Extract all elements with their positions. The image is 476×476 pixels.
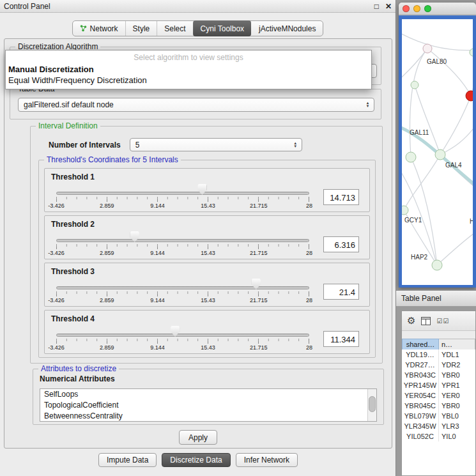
table-row[interactable]: YBR043CYBR0 <box>402 370 475 380</box>
gear-icon[interactable]: ⚙ <box>407 315 415 326</box>
slider-ticks <box>56 291 309 296</box>
checkbox-icons[interactable]: ☑☑ <box>436 318 449 325</box>
tab-network[interactable]: Network <box>73 21 125 36</box>
network-node[interactable] <box>435 150 445 160</box>
tab-label: Network <box>90 24 118 33</box>
zoom-light[interactable] <box>424 5 431 12</box>
table-cell: YBR0 <box>439 401 475 411</box>
table-cell: YDL19… <box>402 349 439 360</box>
threshold-slider[interactable]: -3.4262.8599.14415.4321.71528 <box>56 231 309 257</box>
table-cell: YBL079W <box>402 411 439 421</box>
node-label: GAL80 <box>427 58 447 65</box>
network-node[interactable] <box>432 260 442 270</box>
columns-icon[interactable] <box>421 317 431 325</box>
tab-jactivemnodules[interactable]: jActiveMNodules <box>251 21 323 36</box>
table-row[interactable]: YBL079WYBL0 <box>402 411 475 421</box>
tab-style[interactable]: Style <box>125 21 157 36</box>
list-item[interactable]: SelfLoops <box>40 389 376 400</box>
slider-ticks <box>56 339 309 344</box>
network-node[interactable] <box>470 49 473 56</box>
interval-definition-title: Interval Definition <box>36 121 100 130</box>
table-cell: YLR3 <box>439 421 475 431</box>
threshold-value[interactable]: 11.344 <box>323 331 359 347</box>
num-intervals-combo[interactable]: 5 ▲▼ <box>130 138 302 151</box>
attributes-list[interactable]: SelfLoopsTopologicalCoefficientBetweenne… <box>40 388 377 422</box>
slider-scale: -3.4262.8599.14415.4321.71528 <box>56 297 309 304</box>
table-panel-header[interactable]: Table Panel <box>396 290 476 307</box>
interval-definition-group: Interval Definition Number of Intervals … <box>30 126 383 364</box>
column-header-shared[interactable]: shared… <box>402 339 439 350</box>
list-scrollbar[interactable] <box>367 389 376 421</box>
threshold-slider[interactable]: -3.4262.8599.14415.4321.71528 <box>56 278 309 305</box>
table-panel-title: Table Panel <box>401 294 441 303</box>
slider-ticks <box>56 197 309 202</box>
top-tabs: NetworkStyleSelectCyni ToolboxjActiveMNo… <box>72 20 324 36</box>
close-icon[interactable]: ✕ <box>385 2 392 11</box>
table-data-group: Table Data galFiltered.sif default node … <box>10 89 381 119</box>
column-header-name[interactable]: n… <box>439 339 475 350</box>
bottom-tab-infer-network[interactable]: Infer Network <box>236 453 298 467</box>
threshold-value[interactable]: 6.316 <box>323 236 359 252</box>
scrollbar-thumb[interactable] <box>369 396 376 412</box>
bottom-tab-impute-data[interactable]: Impute Data <box>98 453 157 467</box>
node-label: HAP2 <box>411 254 428 261</box>
slider-track[interactable] <box>56 286 309 289</box>
node-label: GCY1 <box>404 217 422 224</box>
minimize-light[interactable] <box>413 5 420 12</box>
table-toolbar: ⚙ ☑☑ <box>402 311 475 331</box>
tab-label: Select <box>164 24 185 33</box>
network-window-frame: GAL80GAL11GAL4GCY1HAP2H <box>399 15 476 288</box>
bottom-tab-discretize-data[interactable]: Discretize Data <box>162 453 230 467</box>
table-data-combo-value: galFiltered.sif default node <box>24 100 114 109</box>
threshold-label: Threshold 1 <box>51 173 363 181</box>
bottom-tabs: Impute DataDiscretize DataInfer Network <box>0 453 396 467</box>
threshold-value[interactable]: 14.713 <box>323 189 359 205</box>
network-edge <box>437 230 473 265</box>
threshold-slider[interactable]: -3.4262.8599.14415.4321.71528 <box>56 325 309 352</box>
table-cell: YDR27… <box>402 360 439 370</box>
table-row[interactable]: YLR345WYLR3 <box>402 421 475 431</box>
network-node[interactable] <box>406 152 416 162</box>
network-node[interactable] <box>402 206 408 215</box>
table-row[interactable]: YDR27…YDR2 <box>402 360 475 370</box>
apply-button[interactable]: Apply <box>179 430 217 445</box>
slider-track[interactable] <box>56 192 309 195</box>
table-row[interactable]: YDL19…YDL1 <box>402 349 475 360</box>
threshold-slider[interactable]: -3.4262.8599.14415.4321.71528 <box>56 183 309 210</box>
table-cell: YIL052C <box>402 431 439 441</box>
network-node[interactable] <box>411 81 418 89</box>
algorithm-dropdown: Select algorithm to view settings Manual… <box>5 50 372 89</box>
minimize-icon[interactable]: □ <box>374 2 379 11</box>
table-header-row: shared… n… <box>402 339 475 350</box>
table-cell: YER054C <box>402 390 439 401</box>
table-panel-window: ⚙ ☑☑ shared… n… YDL19…YDL1YDR27…YDR2YBR0… <box>401 311 476 476</box>
table-row[interactable]: YBR045CYBR0 <box>402 401 475 411</box>
tab-select[interactable]: Select <box>157 21 192 36</box>
network-window-titlebar[interactable] <box>399 3 476 15</box>
slider-track[interactable] <box>56 239 309 242</box>
threshold-panel: Threshold 3-3.4262.8599.14415.4321.71528… <box>44 263 370 307</box>
threshold-value[interactable]: 21.4 <box>323 284 359 300</box>
network-edge <box>471 52 473 96</box>
node-label: H <box>470 218 473 225</box>
num-intervals-value: 5 <box>135 141 140 150</box>
table-row[interactable]: YER054CYER0 <box>402 390 475 401</box>
network-view-window: GAL80GAL11GAL4GCY1HAP2H <box>399 3 476 288</box>
list-item[interactable]: TopologicalCoefficient <box>40 400 376 411</box>
network-node[interactable] <box>466 91 473 101</box>
list-item[interactable]: BetweennessCentrality <box>40 411 376 422</box>
control-panel-window: Control Panel □ ✕ NetworkStyleSelectCyni… <box>0 0 396 476</box>
tab-cyni-toolbox[interactable]: Cyni Toolbox <box>193 20 251 36</box>
slider-scale: -3.4262.8599.14415.4321.71528 <box>56 344 309 351</box>
node-label: GAL11 <box>410 129 429 136</box>
dropdown-option[interactable]: Manual Discretization <box>6 64 371 75</box>
dropdown-option[interactable]: Equal Width/Frequency Discretization <box>6 75 371 86</box>
table-data-combo[interactable]: galFiltered.sif default node ▲▼ <box>18 98 374 112</box>
network-canvas[interactable]: GAL80GAL11GAL4GCY1HAP2H <box>402 19 473 285</box>
algorithm-dropdown-list: Manual DiscretizationEqual Width/Frequen… <box>6 64 371 86</box>
table-row[interactable]: YIL052CYIL0 <box>402 431 475 441</box>
close-light[interactable] <box>403 5 410 12</box>
table-row[interactable]: YPR145WYPR1 <box>402 380 475 390</box>
slider-track[interactable] <box>56 334 309 337</box>
network-node[interactable] <box>423 44 432 53</box>
